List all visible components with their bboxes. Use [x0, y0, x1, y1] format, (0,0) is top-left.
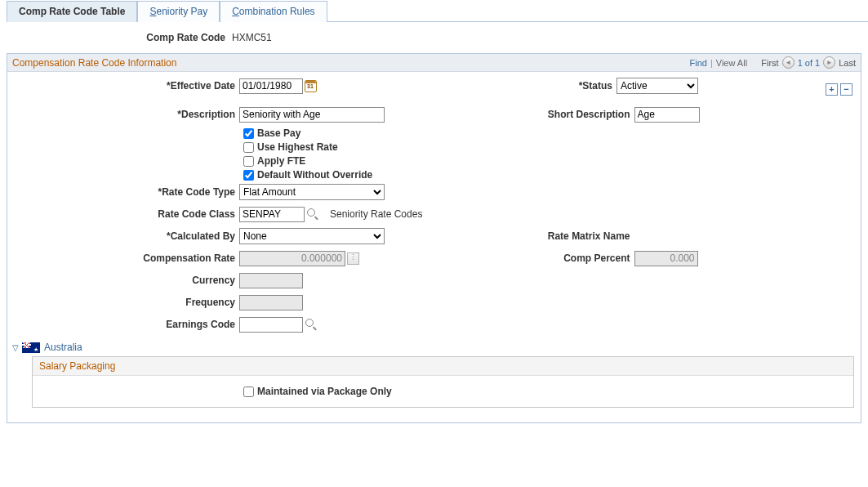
description-input[interactable] — [239, 107, 385, 123]
description-label: Description — [7, 109, 239, 120]
use-highest-rate-checkbox[interactable] — [243, 142, 254, 153]
base-pay-checkbox[interactable] — [243, 128, 254, 139]
rate-code-class-label: Rate Code Class — [7, 208, 239, 220]
rate-code-type-label: Rate Code Type — [7, 186, 239, 198]
rate-matrix-label: Rate Matrix Name — [434, 230, 634, 242]
rate-code-class-desc: Seniority Rate Codes — [330, 208, 422, 220]
comp-percent-label: Comp Percent — [434, 252, 634, 264]
australia-section-toggle[interactable]: ▽ Australia — [12, 342, 861, 353]
use-highest-rate-label: Use Highest Rate — [257, 141, 338, 153]
rate-code-type-select[interactable]: Flat Amount — [239, 184, 385, 200]
lookup-icon[interactable] — [307, 208, 318, 220]
frequency-label: Frequency — [7, 297, 239, 308]
maintained-via-package-label: Maintained via Package Only — [257, 386, 392, 397]
next-button[interactable]: ► — [823, 56, 835, 69]
prev-button[interactable]: ◄ — [782, 56, 795, 69]
currency-label: Currency — [7, 275, 239, 286]
section-title: Compensation Rate Code Information — [12, 57, 176, 69]
tab-comp-rate-code-table[interactable]: Comp Rate Code Table — [7, 1, 137, 22]
lookup-icon[interactable] — [305, 319, 317, 330]
tab-combination-rules[interactable]: Combination Rules — [220, 1, 327, 22]
comp-percent-input — [634, 251, 698, 266]
row-counter: 1 of 1 — [798, 58, 821, 68]
comp-rate-input — [239, 251, 345, 266]
maintained-via-package-checkbox[interactable] — [243, 386, 254, 397]
add-row-button[interactable]: + — [826, 83, 838, 96]
apply-fte-label: Apply FTE — [257, 155, 305, 167]
first-label: First — [761, 58, 778, 68]
calculated-by-select[interactable]: None — [239, 228, 385, 244]
effective-date-input[interactable] — [239, 78, 303, 94]
delete-row-button[interactable]: − — [840, 83, 852, 96]
apply-fte-checkbox[interactable] — [243, 156, 254, 167]
calculated-by-label: Calculated By — [7, 230, 239, 242]
comp-rate-code-value: HXMC51 — [230, 32, 272, 43]
calendar-icon[interactable] — [305, 80, 317, 92]
rate-code-class-input[interactable] — [239, 207, 305, 222]
australia-flag-icon — [22, 342, 40, 353]
earnings-code-input[interactable] — [239, 317, 303, 333]
default-without-override-label: Default Without Override — [257, 169, 372, 181]
frequency-input — [239, 295, 303, 311]
australia-label: Australia — [44, 342, 82, 353]
effective-date-label: Effective Date — [7, 80, 239, 92]
section-comp-rate-info: Compensation Rate Code Information Find … — [7, 53, 861, 423]
rate-detail-icon[interactable] — [347, 252, 359, 265]
last-label: Last — [839, 58, 856, 68]
collapse-icon: ▽ — [12, 343, 19, 352]
view-all-link[interactable]: View All — [716, 58, 747, 68]
tab-bar: Comp Rate Code Table Seniority Pay Combi… — [7, 0, 868, 22]
short-desc-input[interactable] — [634, 107, 700, 123]
earnings-code-label: Earnings Code — [7, 319, 239, 330]
find-link[interactable]: Find — [690, 58, 707, 68]
status-select[interactable]: Active — [617, 78, 698, 94]
currency-input — [239, 273, 303, 288]
base-pay-label: Base Pay — [257, 127, 300, 139]
status-label: Status — [416, 80, 617, 92]
tab-seniority-pay[interactable]: Seniority Pay — [137, 1, 220, 22]
short-desc-label: Short Description — [434, 109, 634, 120]
salary-packaging-header: Salary Packaging — [33, 357, 853, 376]
australia-body: Salary Packaging Maintained via Package … — [32, 356, 854, 408]
grid-nav: Find | View All First ◄ 1 of 1 ► Last — [690, 56, 856, 69]
comp-rate-label: Compensation Rate — [7, 252, 239, 264]
comp-rate-code-label: Comp Rate Code — [0, 32, 230, 43]
default-without-override-checkbox[interactable] — [243, 170, 254, 181]
